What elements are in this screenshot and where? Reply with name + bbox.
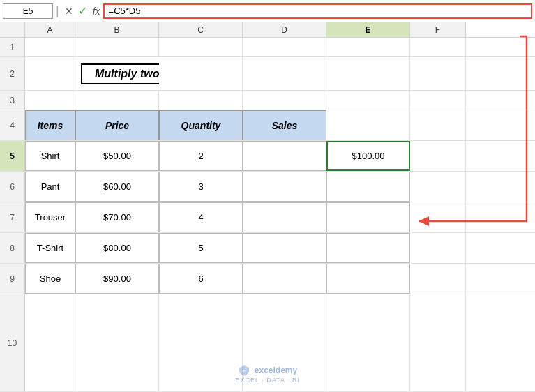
confirm-icon[interactable]: ✓ (76, 4, 90, 18)
cell-c4-header[interactable]: Quantity (159, 110, 243, 140)
cell-b8[interactable]: $80.00 (75, 233, 159, 263)
cell-d2[interactable] (243, 57, 326, 90)
row-3: 3 (0, 91, 535, 110)
cell-c10[interactable] (159, 294, 243, 391)
cell-b4-header[interactable]: Price (75, 110, 159, 140)
cell-a3[interactable] (25, 91, 75, 110)
cell-f1[interactable] (410, 38, 466, 56)
row-num-4[interactable]: 4 (0, 110, 25, 140)
row-num-9[interactable]: 9 (0, 264, 25, 294)
cell-e6[interactable] (326, 172, 410, 202)
cell-f4[interactable] (410, 110, 466, 140)
cell-e2[interactable] (326, 57, 410, 90)
cell-e3[interactable] (326, 91, 410, 110)
cell-e10[interactable] (326, 294, 410, 391)
row-num-3[interactable]: 3 (0, 91, 25, 110)
cell-f10[interactable] (410, 294, 466, 391)
cell-d10[interactable] (243, 294, 326, 391)
row-9: 9 Shoe $90.00 6 (0, 264, 535, 294)
row-2: 2 Multiply two columns in Excel (0, 57, 535, 91)
cell-c3[interactable] (159, 91, 243, 110)
row-num-5[interactable]: 5 (0, 141, 25, 171)
cell-d1[interactable] (243, 38, 326, 56)
spreadsheet: A B C D E F 1 2 Multiply two columns in … (0, 22, 535, 392)
row-5: 5 Shirt $50.00 2 $100.00 (0, 141, 535, 172)
row-7: 7 Trouser $70.00 4 (0, 202, 535, 233)
cell-e4[interactable] (326, 110, 410, 140)
cell-c6[interactable]: 3 (159, 172, 243, 202)
cell-d5[interactable] (243, 141, 326, 171)
cell-c1[interactable] (159, 38, 243, 56)
cell-b9[interactable]: $90.00 (75, 264, 159, 294)
cell-f8[interactable] (410, 233, 466, 263)
formula-bar: E5 | ✕ ✓ fx (0, 0, 535, 22)
name-box[interactable]: E5 (3, 3, 53, 19)
cell-b5[interactable]: $50.00 (75, 141, 159, 171)
row-4: 4 Items Price Quantity Sales (0, 110, 535, 141)
cell-e5[interactable]: $100.00 (326, 141, 410, 171)
cell-a10[interactable] (25, 294, 75, 391)
col-header-c[interactable]: C (159, 22, 243, 37)
cell-e9[interactable] (326, 264, 410, 294)
cancel-icon[interactable]: ✕ (62, 4, 76, 18)
cell-a2[interactable] (25, 57, 75, 90)
cell-c8[interactable]: 5 (159, 233, 243, 263)
cell-a8[interactable]: T-Shirt (25, 233, 75, 263)
cell-b3[interactable] (75, 91, 159, 110)
cell-b10[interactable] (75, 294, 159, 391)
cell-a9[interactable]: Shoe (25, 264, 75, 294)
cell-e1[interactable] (326, 38, 410, 56)
cell-f6[interactable] (410, 172, 466, 202)
row-6: 6 Pant $60.00 3 (0, 172, 535, 202)
cell-b6[interactable]: $60.00 (75, 172, 159, 202)
col-header-a[interactable]: A (25, 22, 75, 37)
cell-a6[interactable]: Pant (25, 172, 75, 202)
col-header-d[interactable]: D (243, 22, 326, 37)
column-headers: A B C D E F (0, 22, 535, 38)
formula-input[interactable] (103, 3, 532, 19)
cell-a1[interactable] (25, 38, 75, 56)
cell-c5[interactable]: 2 (159, 141, 243, 171)
cell-e8[interactable] (326, 233, 410, 263)
row-num-6[interactable]: 6 (0, 172, 25, 202)
cell-f3[interactable] (410, 91, 466, 110)
grid-body: 1 2 Multiply two columns in Excel 3 (0, 38, 535, 392)
cell-d3[interactable] (243, 91, 326, 110)
row-10: 10 (0, 294, 535, 392)
row-num-10[interactable]: 10 (0, 294, 25, 391)
cell-f5[interactable] (410, 141, 466, 171)
row-1: 1 (0, 38, 535, 57)
cell-c2[interactable] (159, 57, 243, 90)
corner-cell (0, 22, 25, 37)
row-8: 8 T-Shirt $80.00 5 (0, 233, 535, 264)
cell-a7[interactable]: Trouser (25, 202, 75, 232)
cell-b7[interactable]: $70.00 (75, 202, 159, 232)
cell-a4-header[interactable]: Items (25, 110, 75, 140)
row-num-2[interactable]: 2 (0, 57, 25, 90)
cell-b2[interactable]: Multiply two columns in Excel (75, 57, 159, 90)
row-num-7[interactable]: 7 (0, 202, 25, 232)
row-num-1[interactable]: 1 (0, 38, 25, 56)
cell-e7[interactable] (326, 202, 410, 232)
cell-f2[interactable] (410, 57, 466, 90)
cell-c9[interactable]: 6 (159, 264, 243, 294)
col-header-f[interactable]: F (410, 22, 466, 37)
cell-c7[interactable]: 4 (159, 202, 243, 232)
cell-b1[interactable] (75, 38, 159, 56)
row-num-8[interactable]: 8 (0, 233, 25, 263)
cell-d9[interactable] (243, 264, 326, 294)
cell-d8[interactable] (243, 233, 326, 263)
cell-d7[interactable] (243, 202, 326, 232)
cell-f9[interactable] (410, 264, 466, 294)
fx-label: fx (93, 6, 100, 17)
cell-a5[interactable]: Shirt (25, 141, 75, 171)
col-header-b[interactable]: B (75, 22, 159, 37)
cell-d4-header[interactable]: Sales (243, 110, 326, 140)
cell-f7[interactable] (410, 202, 466, 232)
col-header-e[interactable]: E (326, 22, 410, 37)
cell-d6[interactable] (243, 172, 326, 202)
